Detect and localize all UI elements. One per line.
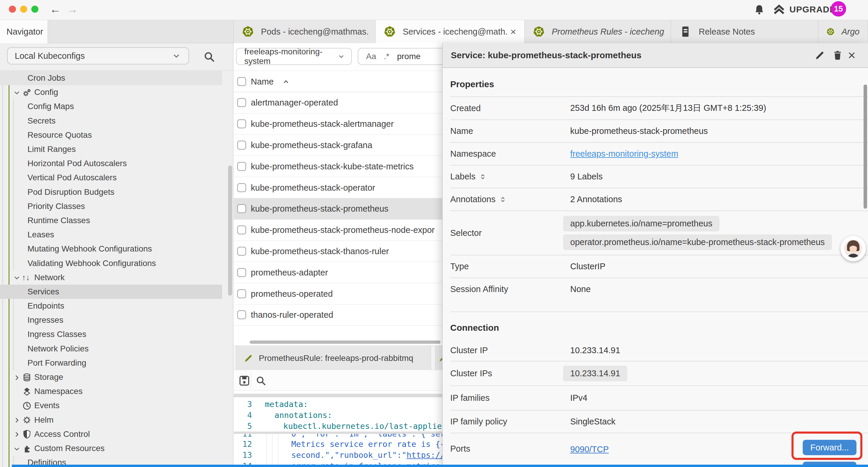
sidebar-item-network-policies[interactable]: Network Policies bbox=[0, 342, 234, 356]
namespace-link[interactable]: freeleaps-monitoring-system bbox=[570, 149, 678, 158]
sidebar-item-runtime-classes[interactable]: Runtime Classes bbox=[0, 213, 234, 228]
sidebar-item-validating-webhook-configurations[interactable]: Validating Webhook Configurations bbox=[0, 256, 234, 270]
sidebar-item-cron-jobs[interactable]: Cron Jobs bbox=[0, 71, 234, 85]
tab-release-notes[interactable]: Release Notes bbox=[671, 20, 818, 43]
sidebar-item-priority-classes[interactable]: Priority Classes bbox=[0, 199, 234, 213]
row-checkbox[interactable] bbox=[237, 247, 246, 256]
notifications-bell-icon[interactable] bbox=[753, 4, 766, 17]
service-name: prometheus-operated bbox=[251, 289, 333, 298]
row-checkbox[interactable] bbox=[237, 141, 246, 150]
sort-expander-icon[interactable] bbox=[479, 173, 487, 181]
sidebar-item-config[interactable]: Config bbox=[0, 85, 234, 99]
sidebar-item-resource-quotas[interactable]: Resource Quotas bbox=[0, 128, 234, 142]
upgrade-label[interactable]: UPGRADE bbox=[789, 4, 836, 14]
row-checkbox[interactable] bbox=[237, 119, 246, 128]
sidebar-item-secrets[interactable]: Secrets bbox=[0, 114, 234, 128]
sidebar-item-config-maps[interactable]: Config Maps bbox=[0, 99, 234, 114]
tab-prometheus-rules-icecheng[interactable]: Prometheus Rules - icecheng... bbox=[525, 20, 671, 43]
table-row-kube-prometheus-stack-grafana[interactable]: kube-prometheus-stack-grafana bbox=[234, 135, 442, 156]
upgrade-icon[interactable] bbox=[772, 4, 786, 17]
sort-ascending-icon[interactable] bbox=[281, 77, 291, 87]
sidebar-item-network[interactable]: ↑↓Network bbox=[0, 270, 234, 285]
chevron-right-icon[interactable] bbox=[12, 372, 21, 382]
forward-arrow-icon[interactable]: → bbox=[67, 4, 78, 15]
sidebar-item-helm[interactable]: Helm bbox=[0, 413, 234, 427]
row-checkbox[interactable] bbox=[237, 204, 246, 213]
name-column-header[interactable]: Name bbox=[251, 77, 274, 86]
regex-toggle[interactable]: .* bbox=[384, 52, 390, 61]
table-horizontal-scrollbar[interactable] bbox=[250, 341, 440, 344]
sidebar-item-ingresses[interactable]: Ingresses bbox=[0, 313, 234, 327]
code-link[interactable]: https://net bbox=[406, 450, 442, 460]
save-icon[interactable] bbox=[238, 374, 251, 387]
sidebar-search-icon[interactable] bbox=[203, 50, 216, 63]
table-search-box[interactable]: Aa .* prome bbox=[358, 48, 442, 65]
port-link-9090-tcp[interactable]: 9090/TCP bbox=[570, 444, 609, 454]
chevron-down-icon[interactable] bbox=[12, 87, 21, 97]
back-arrow-icon[interactable]: ← bbox=[50, 4, 61, 15]
edit-pencil-icon[interactable] bbox=[814, 50, 826, 61]
sidebar-item-namespaces[interactable]: Namespaces bbox=[0, 384, 234, 399]
user-avatar[interactable] bbox=[840, 236, 866, 261]
sidebar-item-mutating-webhook-configurations[interactable]: Mutating Webhook Configurations bbox=[0, 242, 234, 256]
row-checkbox[interactable] bbox=[237, 289, 246, 298]
detail-scrollbar[interactable] bbox=[864, 85, 867, 209]
close-tab-icon[interactable]: × bbox=[508, 27, 519, 36]
row-checkbox[interactable] bbox=[237, 98, 246, 107]
table-row-kube-prometheus-stack-thanos-ruler[interactable]: kube-prometheus-stack-thanos-ruler bbox=[234, 241, 442, 262]
sidebar-item-leases[interactable]: Leases bbox=[0, 228, 234, 242]
table-row-kube-prometheus-stack-prometheus[interactable]: kube-prometheus-stack-prometheus bbox=[234, 198, 442, 220]
namespace-filter-select[interactable]: freeleaps-monitoring-system bbox=[236, 48, 352, 65]
table-row-kube-prometheus-stack-operator[interactable]: kube-prometheus-stack-operator bbox=[234, 177, 442, 198]
row-checkbox[interactable] bbox=[237, 268, 246, 277]
sidebar-item-custom-resources[interactable]: Custom Resources bbox=[0, 441, 234, 456]
table-row-thanos-ruler-operated[interactable]: thanos-ruler-operated bbox=[234, 304, 442, 326]
table-row-prometheus-adapter[interactable]: prometheus-adapter bbox=[234, 262, 442, 283]
sidebar-item-limit-ranges[interactable]: Limit Ranges bbox=[0, 142, 234, 156]
match-case-toggle[interactable]: Aa bbox=[366, 52, 376, 61]
row-checkbox[interactable] bbox=[237, 183, 246, 192]
tab-argo-se[interactable]: Argo Se bbox=[818, 20, 868, 43]
select-all-checkbox[interactable] bbox=[237, 77, 246, 86]
traffic-light-zoom[interactable] bbox=[31, 6, 38, 13]
table-row-prometheus-operated[interactable]: prometheus-operated bbox=[234, 283, 442, 304]
close-icon[interactable]: × bbox=[848, 48, 856, 63]
chevron-right-icon[interactable] bbox=[12, 429, 21, 439]
sidebar-item-storage[interactable]: Storage bbox=[0, 370, 234, 384]
search-query[interactable]: prome bbox=[397, 52, 421, 61]
kubeconfig-select[interactable]: Local Kubeconfigs bbox=[7, 47, 189, 64]
chevron-down-icon[interactable] bbox=[12, 444, 21, 454]
sidebar-item-ingress-classes[interactable]: Ingress Classes bbox=[0, 327, 234, 341]
editor-search-icon[interactable] bbox=[255, 375, 267, 387]
traffic-light-close[interactable] bbox=[9, 6, 16, 13]
table-row-kube-prometheus-stack-kube-state-metrics[interactable]: kube-prometheus-stack-kube-state-metrics bbox=[234, 156, 442, 177]
chevron-right-icon[interactable] bbox=[12, 415, 21, 425]
row-checkbox[interactable] bbox=[237, 226, 246, 234]
navigator-panel-tab[interactable]: Navigator bbox=[0, 20, 48, 43]
line-number: 3 bbox=[234, 399, 252, 410]
sidebar-item-endpoints[interactable]: Endpoints bbox=[0, 299, 234, 313]
sidebar-item-access-control[interactable]: Access Control bbox=[0, 427, 234, 441]
sidebar-item-horizontal-pod-autoscalers[interactable]: Horizontal Pod Autoscalers bbox=[0, 156, 234, 171]
sidebar-item-events[interactable]: Events bbox=[0, 399, 234, 413]
tab-pods-icecheng-mathmas[interactable]: Pods - icecheng@mathmas... bbox=[234, 20, 375, 43]
row-checkbox[interactable] bbox=[237, 162, 246, 171]
delete-trash-icon[interactable] bbox=[832, 50, 843, 61]
sidebar-item-services[interactable]: Services bbox=[0, 285, 234, 299]
tab-services-icecheng-math[interactable]: Services - icecheng@math...× bbox=[375, 20, 525, 43]
traffic-light-minimize[interactable] bbox=[20, 6, 27, 13]
table-row-kube-prometheus-stack-prometheus-node-expor[interactable]: kube-prometheus-stack-prometheus-node-ex… bbox=[234, 220, 442, 241]
sidebar-item-pod-disruption-budgets[interactable]: Pod Disruption Budgets bbox=[0, 185, 234, 199]
sidebar-item-port-forwarding[interactable]: Port Forwarding bbox=[0, 356, 234, 370]
row-checkbox[interactable] bbox=[237, 310, 246, 319]
sidebar-scrollbar[interactable] bbox=[228, 166, 232, 296]
table-row-kube-prometheus-stack-alertmanager[interactable]: kube-prometheus-stack-alertmanager bbox=[234, 114, 442, 135]
editor-tab-partial[interactable] bbox=[435, 346, 442, 370]
notification-count-badge[interactable]: 15 bbox=[831, 1, 846, 17]
sort-expander-icon[interactable] bbox=[499, 196, 507, 203]
yaml-editor[interactable]: 3metadata:4annotations:5kubectl.kubernet… bbox=[234, 391, 442, 467]
sidebar-item-vertical-pod-autoscalers[interactable]: Vertical Pod Autoscalers bbox=[0, 171, 234, 185]
editor-tab-prometheusrule[interactable]: PrometheusRule: freeleaps-prod-rabbitmq bbox=[236, 346, 431, 370]
table-row-alertmanager-operated[interactable]: alertmanager-operated bbox=[234, 92, 442, 114]
chevron-down-icon[interactable] bbox=[12, 272, 21, 282]
